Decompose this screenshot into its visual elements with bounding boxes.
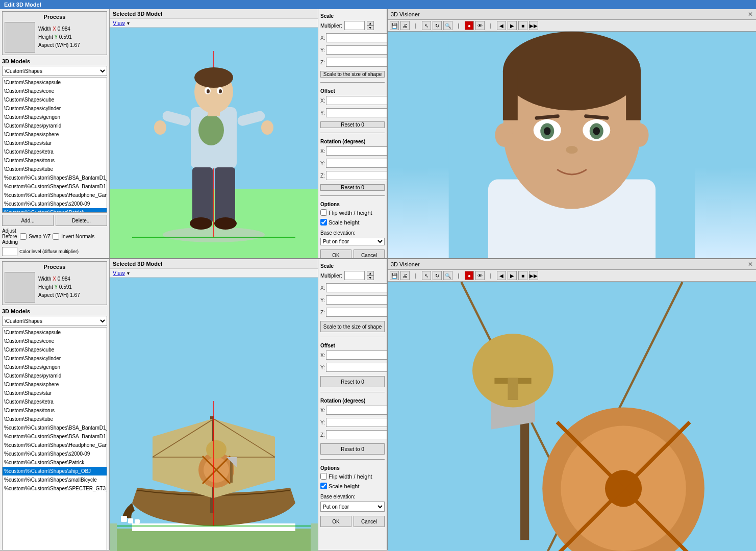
list-item[interactable]: \Custom\Shapes\capsule — [3, 328, 107, 337]
visioner-close-1[interactable]: ✕ — [748, 11, 753, 18]
scale-height-row-2[interactable]: Scale height — [320, 483, 385, 489]
swap-yz-checkbox-1[interactable] — [20, 233, 27, 240]
list-item[interactable]: %custom%\Custom\Shapes\BSA_BantamD1_OBJ — [3, 173, 107, 182]
tb-print-2[interactable]: 🖨 — [400, 271, 410, 280]
ok-btn-2[interactable]: OK — [320, 516, 351, 527]
invert-normals-checkbox-1[interactable] — [53, 233, 59, 240]
tb-save-2[interactable]: 💾 — [390, 271, 399, 280]
list-item[interactable]: \Custom\Shapes\sphere — [3, 130, 107, 139]
reset-rot-btn-1[interactable]: Reset to 0 — [320, 184, 385, 191]
list-item[interactable]: %custom%\Custom\Shapes\Headphone_Gaming_… — [3, 191, 107, 199]
scale-height-row-1[interactable]: Scale height — [320, 219, 385, 226]
rot-x-input-2[interactable]: 0.00000 — [326, 406, 387, 415]
tb-next-2[interactable]: ▶▶ — [529, 271, 538, 280]
reset-offset-btn-2[interactable]: Reset to 0 — [320, 376, 385, 387]
models-list-2[interactable]: \Custom\Shapes\capsule\Custom\Shapes\con… — [2, 328, 107, 551]
flip-wh-row-2[interactable]: Flip width / height — [320, 473, 385, 480]
list-item[interactable]: \Custom\Shapes\gengon — [3, 363, 107, 371]
scale-z-input-2[interactable]: 0.30000 — [326, 308, 387, 317]
tb-play-2[interactable]: ▶ — [508, 271, 517, 280]
list-item[interactable]: \Custom\Shapes\sphere — [3, 380, 107, 389]
multiplier-input-1[interactable]: 1.0 — [344, 21, 365, 30]
add-button-1[interactable]: Add... — [2, 215, 54, 226]
tb-red-1[interactable]: ● — [465, 21, 474, 30]
off-x-input-1[interactable]: 0.00000 — [326, 96, 387, 105]
list-item[interactable]: \Custom\Shapes\capsule — [3, 78, 107, 87]
delete-button-1[interactable]: Delete... — [56, 215, 107, 226]
flip-wh-checkbox-1[interactable] — [320, 209, 327, 216]
list-item[interactable]: \Custom\Shapes\cone — [3, 337, 107, 345]
tb-red-2[interactable]: ● — [465, 271, 474, 280]
list-item[interactable]: %custom%\Custom\Shapes\smallBicycle — [3, 475, 107, 484]
tb-rotate-2[interactable]: ↻ — [433, 271, 442, 280]
mult-up-2[interactable]: ▲ — [367, 271, 374, 276]
scale-height-checkbox-1[interactable] — [320, 219, 327, 226]
list-item[interactable]: %custom%\Custom\Shapes\Patrick — [3, 208, 107, 213]
flip-wh-row-1[interactable]: Flip width / height — [320, 209, 385, 216]
off-y-input-1[interactable]: 0.00000 — [326, 108, 387, 117]
visioner-close-2[interactable]: ✕ — [748, 261, 753, 268]
tb-prev-2[interactable]: ◀ — [497, 271, 506, 280]
tb-play-1[interactable]: ▶ — [508, 21, 517, 30]
list-item[interactable]: %custom%\Custom\Shapes\BSA_BantamD1_OBJ_… — [3, 432, 107, 441]
scale-y-input-2[interactable]: 0.30000 — [326, 295, 387, 305]
list-item[interactable]: %custom%\Custom\Shapes\BSA_BantamD1_OBJ_… — [3, 182, 107, 191]
tb-eye-1[interactable]: 👁 — [475, 21, 485, 30]
invert-normals-label-1[interactable]: Invert Normals — [53, 233, 94, 240]
list-item[interactable]: \Custom\Shapes\tetra — [3, 147, 107, 156]
tb-rotate-1[interactable]: ↻ — [433, 21, 442, 30]
tb-save-1[interactable]: 💾 — [390, 21, 399, 30]
adding-input-1[interactable]: 1.00 — [2, 247, 17, 256]
rot-y-input-2[interactable]: 0.00000 — [326, 418, 387, 427]
models-list-1[interactable]: \Custom\Shapes\capsule\Custom\Shapes\con… — [2, 78, 107, 213]
list-item[interactable]: \Custom\Shapes\cube — [3, 345, 107, 354]
scale-to-size-btn-2[interactable]: Scale to the size of shape — [320, 321, 385, 332]
list-item[interactable]: \Custom\Shapes\tube — [3, 165, 107, 173]
list-item[interactable]: \Custom\Shapes\cone — [3, 87, 107, 95]
list-item[interactable]: \Custom\Shapes\pyramid — [3, 121, 107, 130]
list-item[interactable]: \Custom\Shapes\tetra — [3, 397, 107, 406]
models-dropdown-2[interactable]: \Custom\Shapes — [2, 316, 107, 326]
tb-zoom-1[interactable]: 🔍 — [443, 21, 452, 30]
cancel-btn-1[interactable]: Cancel — [354, 249, 385, 258]
list-item[interactable]: \Custom\Shapes\torus — [3, 156, 107, 165]
rot-x-input-1[interactable]: 0.00000 — [326, 146, 387, 156]
models-dropdown-1[interactable]: \Custom\Shapes — [2, 66, 107, 76]
list-item[interactable]: %custom%\Custom\Shapes\BSA_BantamD1_OBJ — [3, 423, 107, 432]
mult-up-1[interactable]: ▲ — [367, 21, 374, 26]
cancel-btn-2[interactable]: Cancel — [354, 516, 385, 527]
base-elev-select-1[interactable]: Put on floor — [320, 238, 385, 245]
tb-stop-1[interactable]: ■ — [518, 21, 527, 30]
reset-offset-btn-1[interactable]: Reset to 0 — [320, 121, 385, 128]
tb-next-1[interactable]: ▶▶ — [529, 21, 538, 30]
list-item[interactable]: \Custom\Shapes\pyramid — [3, 371, 107, 380]
mult-down-2[interactable]: ▼ — [367, 276, 374, 280]
list-item[interactable]: %custom%\Custom\Shapes\s2000-09 — [3, 199, 107, 208]
list-item[interactable]: %custom%\Custom\Shapes\Patrick — [3, 458, 107, 467]
rot-z-input-2[interactable]: 0.00000 — [326, 430, 387, 439]
tb-zoom-2[interactable]: 🔍 — [443, 271, 452, 280]
list-item[interactable]: \Custom\Shapes\torus — [3, 406, 107, 415]
rot-z-input-1[interactable]: 0.00000 — [326, 171, 387, 180]
list-item[interactable]: \Custom\Shapes\star — [3, 389, 107, 397]
reset-rot-btn-2[interactable]: Reset to 0 — [320, 443, 385, 455]
ok-btn-1[interactable]: OK — [320, 249, 351, 258]
list-item[interactable]: \Custom\Shapes\cylinder — [3, 104, 107, 113]
list-item[interactable]: \Custom\Shapes\star — [3, 139, 107, 147]
list-item[interactable]: %custom%\Custom\Shapes\s2000-09 — [3, 449, 107, 458]
view-arrow-2[interactable]: ▾ — [127, 270, 130, 276]
list-item[interactable]: %custom%\Custom\Shapes\ship_OBJ — [3, 467, 107, 475]
scale-height-checkbox-2[interactable] — [320, 483, 327, 489]
swap-yz-label-1[interactable]: Swap Y/Z — [20, 233, 51, 240]
off-x-input-2[interactable]: 0.00000 — [326, 350, 387, 360]
mult-down-1[interactable]: ▼ — [367, 26, 374, 30]
scale-z-input-1[interactable]: 0.33000 — [326, 58, 387, 67]
list-item[interactable]: \Custom\Shapes\gengon — [3, 113, 107, 121]
view-link-1[interactable]: View — [113, 20, 125, 26]
tb-eye-2[interactable]: 👁 — [475, 271, 485, 280]
list-item[interactable]: \Custom\Shapes\cube — [3, 95, 107, 104]
off-y-input-2[interactable]: 0.00000 — [326, 363, 387, 372]
list-item[interactable]: \Custom\Shapes\cylinder — [3, 354, 107, 363]
view-link-2[interactable]: View — [113, 270, 125, 276]
list-item[interactable]: \Custom\Shapes\tube — [3, 415, 107, 423]
